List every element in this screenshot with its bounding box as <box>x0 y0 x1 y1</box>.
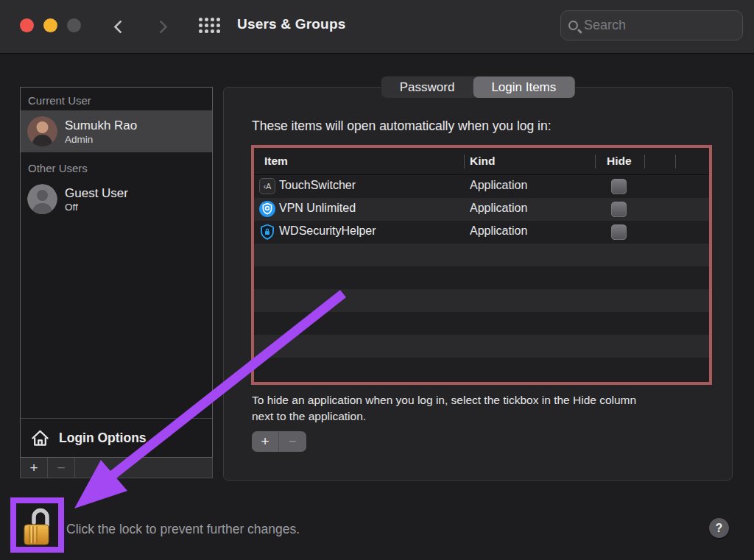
help-button[interactable]: ? <box>709 518 729 538</box>
item-kind: Application <box>470 179 527 192</box>
login-items-heading: These items will open automatically when… <box>252 118 552 134</box>
login-options-label: Login Options <box>59 430 147 446</box>
back-button[interactable] <box>110 16 130 37</box>
show-all-grid-icon[interactable] <box>199 18 220 33</box>
chevron-right-icon <box>154 20 167 33</box>
lock-button[interactable] <box>21 504 54 547</box>
login-items-pane: Password Login Items These items will op… <box>223 87 733 481</box>
login-items-table: Item Kind Hide ‹A TouchSwitcher Applicat… <box>251 145 712 385</box>
column-divider <box>595 155 596 169</box>
other-users-header: Other Users <box>21 152 212 178</box>
tab-bar: Password Login Items <box>381 76 576 99</box>
guest-user-name: Guest User <box>65 186 128 201</box>
sidebar-item-guest-user[interactable]: Guest User Off <box>21 178 212 220</box>
unlocked-padlock-icon <box>21 504 54 547</box>
home-icon <box>30 428 50 448</box>
sidebar-toolbar: + − <box>20 458 213 478</box>
hide-checkbox-vpn-unlimited[interactable] <box>611 202 627 217</box>
item-kind: Application <box>470 202 527 215</box>
remove-login-item-button[interactable]: − <box>279 431 306 452</box>
chevron-left-icon <box>113 20 127 33</box>
hide-hint-text: To hide an application when you log in, … <box>252 392 636 425</box>
table-header: Item Kind Hide <box>254 148 709 175</box>
search-field[interactable] <box>560 10 743 40</box>
current-user-role: Admin <box>65 134 137 145</box>
lock-instruction-text: Click the lock to prevent further change… <box>66 522 300 537</box>
forward-button[interactable] <box>151 16 170 37</box>
minimize-button[interactable] <box>43 18 57 32</box>
add-login-item-button[interactable]: + <box>252 431 279 452</box>
sidebar-item-current-user[interactable]: Sumukh Rao Admin <box>21 110 212 152</box>
login-items-add-remove-group: + − <box>252 431 306 452</box>
table-empty-row <box>254 266 709 289</box>
current-user-name: Sumukh Rao <box>65 118 137 133</box>
column-divider <box>675 155 676 169</box>
column-divider <box>464 155 465 169</box>
wdsecurityhelper-app-icon <box>259 224 275 240</box>
touchswitcher-app-icon: ‹A <box>259 178 275 194</box>
table-row-vpn-unlimited[interactable]: VPN Unlimited Application <box>254 198 709 221</box>
tab-login-items[interactable]: Login Items <box>473 77 574 98</box>
item-kind: Application <box>470 224 527 238</box>
table-row-touchswitcher[interactable]: ‹A TouchSwitcher Application <box>254 175 709 198</box>
window-controls <box>20 18 81 32</box>
item-name: VPN Unlimited <box>279 202 356 215</box>
search-icon <box>568 21 578 30</box>
add-user-button[interactable]: + <box>21 458 48 478</box>
table-empty-row <box>254 244 709 266</box>
column-header-hide[interactable]: Hide <box>607 155 632 168</box>
column-divider <box>644 155 645 169</box>
current-user-avatar <box>27 116 57 146</box>
zoom-button[interactable] <box>67 18 81 32</box>
item-name: WDSecurityHelper <box>279 224 376 238</box>
guest-user-status: Off <box>65 202 128 213</box>
lock-highlight-box <box>10 497 64 553</box>
table-empty-row <box>254 312 709 335</box>
table-row-wdsecurityhelper[interactable]: WDSecurityHelper Application <box>254 221 709 244</box>
hide-checkbox-wdsecurityhelper[interactable] <box>611 224 627 240</box>
column-header-item[interactable]: Item <box>264 155 288 168</box>
table-empty-row <box>254 289 709 312</box>
remove-user-button[interactable]: − <box>48 458 75 478</box>
close-button[interactable] <box>20 18 34 32</box>
column-header-kind[interactable]: Kind <box>470 155 495 168</box>
table-empty-row <box>254 335 709 358</box>
hide-checkbox-touchswitcher[interactable] <box>611 179 627 194</box>
sidebar-item-login-options[interactable]: Login Options <box>21 418 212 457</box>
search-input[interactable] <box>584 18 754 33</box>
user-list-sidebar: Current User Sumukh Rao Admin Other User… <box>20 87 213 458</box>
page-title: Users & Groups <box>237 16 345 32</box>
table-empty-row <box>254 358 709 380</box>
vpn-unlimited-app-icon <box>259 201 275 217</box>
tab-password[interactable]: Password <box>381 77 473 98</box>
item-name: TouchSwitcher <box>279 179 356 192</box>
guest-user-avatar <box>27 184 57 214</box>
current-user-header: Current User <box>21 88 212 110</box>
users-groups-window: Users & Groups Current User Sumukh Rao A… <box>0 0 754 560</box>
titlebar: Users & Groups <box>0 0 754 54</box>
